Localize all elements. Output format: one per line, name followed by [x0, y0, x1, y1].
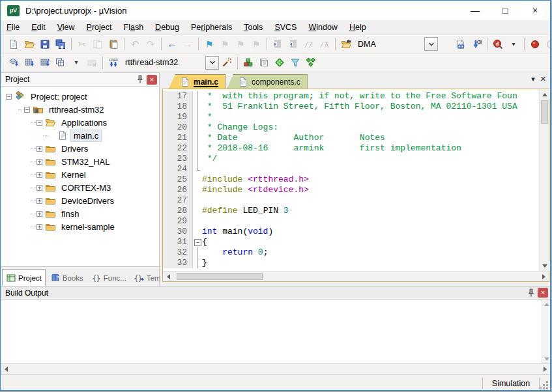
line-number[interactable]: 23	[163, 154, 193, 164]
document-list-button[interactable]: ▾	[531, 76, 535, 83]
bookmark-prev-button[interactable]: ⚑	[233, 37, 248, 51]
nav-forward-button[interactable]: →	[180, 37, 196, 51]
debug-caret-button[interactable]: ▾	[506, 37, 521, 51]
line-number[interactable]: 28	[163, 206, 193, 216]
save-all-button[interactable]	[53, 37, 68, 51]
find-in-files-button[interactable]	[453, 37, 469, 51]
line-number[interactable]: 22	[163, 143, 193, 154]
scroll-right-icon[interactable]	[540, 365, 550, 374]
manage-items-button[interactable]	[256, 55, 272, 70]
tree-item-kernel-sample[interactable]: +kernel-sample	[1, 220, 159, 233]
scroll-left-icon[interactable]	[1, 365, 10, 374]
scroll-up-icon[interactable]	[540, 89, 549, 99]
redo-button[interactable]: ↷	[143, 37, 158, 51]
tree-item-stm32-hal[interactable]: +STM32_HAL	[1, 155, 159, 168]
minimize-button[interactable]: —	[460, 1, 490, 20]
component-viewer-button[interactable]	[272, 55, 287, 70]
new-file-button[interactable]	[6, 37, 22, 51]
breakpoint-toggle-button[interactable]	[527, 37, 543, 51]
line-number[interactable]: 19	[163, 112, 193, 122]
line-number[interactable]: 20	[163, 122, 193, 133]
bookmark-clear-button[interactable]: ⚑	[248, 37, 264, 51]
code-editor[interactable]: 17 * with this program; if not, write to…	[163, 89, 539, 271]
save-button[interactable]	[37, 37, 53, 51]
menu-flash[interactable]: Flash	[118, 21, 150, 34]
panel-tab-project[interactable]: Project	[2, 269, 46, 286]
project-pin-button[interactable]	[134, 74, 145, 85]
scroll-left-icon[interactable]	[163, 272, 173, 281]
menu-project[interactable]: Project	[81, 21, 118, 34]
target-options-button[interactable]	[219, 55, 235, 70]
build-output-vertical-scrollbar[interactable]	[542, 300, 550, 363]
tree-item-drivers[interactable]: +Drivers	[1, 142, 159, 155]
panel-tab-func[interactable]: {}Func...	[88, 270, 130, 286]
scroll-right-icon[interactable]	[539, 272, 549, 281]
tree-item-cortex-m3[interactable]: +CORTEX-M3	[1, 181, 159, 194]
debug-session-button[interactable]: d	[490, 37, 506, 51]
build-button[interactable]	[22, 55, 37, 70]
tab-components-c[interactable]: components.c	[227, 74, 308, 89]
tree-item-kernel[interactable]: +Kernel	[1, 168, 159, 181]
scroll-up-icon[interactable]	[542, 300, 551, 308]
line-number[interactable]: 33	[163, 258, 193, 268]
menu-tools[interactable]: Tools	[238, 21, 269, 34]
tree-expander-minus-icon[interactable]: −	[36, 120, 42, 126]
tree-expander-plus-icon[interactable]: +	[36, 211, 42, 217]
download-button[interactable]: LOAD	[106, 55, 121, 70]
batch-caret-button[interactable]: ▾	[68, 55, 84, 70]
tree-item-finsh[interactable]: +finsh	[1, 207, 159, 220]
stop-build-button[interactable]	[84, 55, 100, 70]
nav-back-button[interactable]: ←	[164, 37, 180, 51]
line-number[interactable]: 26	[163, 185, 193, 195]
line-number[interactable]: 27	[163, 195, 193, 206]
panel-tab-books[interactable]: ?Books	[47, 270, 87, 286]
build-output-pin-button[interactable]	[525, 288, 536, 298]
translate-button[interactable]	[6, 55, 22, 70]
tree-expander-plus-icon[interactable]: +	[36, 224, 42, 230]
find-in-files-folder-button[interactable]	[338, 37, 354, 51]
open-file-button[interactable]	[22, 37, 37, 51]
line-number[interactable]: 18	[163, 102, 193, 112]
line-number[interactable]: 25	[163, 175, 193, 185]
build-output-horizontal-scrollbar[interactable]	[1, 363, 550, 374]
search-input[interactable]	[354, 39, 422, 49]
batch-build-button[interactable]	[53, 55, 68, 70]
build-output-content[interactable]	[1, 300, 542, 363]
menu-window[interactable]: Window	[302, 21, 343, 34]
line-number[interactable]: 24	[163, 164, 193, 175]
vertical-scroll-thumb[interactable]	[541, 100, 548, 124]
pack-installer-button[interactable]	[303, 55, 319, 70]
outdent-button[interactable]	[285, 37, 301, 51]
editor-vertical-scrollbar[interactable]	[539, 89, 549, 271]
scroll-down-icon[interactable]	[542, 355, 551, 363]
close-button[interactable]: ×	[520, 1, 550, 20]
line-number[interactable]: 21	[163, 133, 193, 143]
maximize-button[interactable]: □	[490, 1, 520, 20]
close-document-button[interactable]: ✕	[540, 76, 546, 83]
menu-peripherals[interactable]: Peripherals	[185, 21, 238, 34]
filter-button[interactable]	[287, 55, 303, 70]
paste-button[interactable]	[106, 37, 121, 51]
target-dropdown-button[interactable]	[205, 56, 219, 70]
manage-rte-button[interactable]	[240, 55, 256, 70]
menu-svcs[interactable]: SVCS	[269, 21, 302, 34]
line-number[interactable]: 30	[163, 227, 193, 237]
tab-main-c[interactable]: main.c	[169, 74, 225, 89]
tree-expander-minus-icon[interactable]: −	[6, 94, 12, 100]
indent-button[interactable]	[270, 37, 285, 51]
menu-edit[interactable]: Edit	[25, 21, 51, 34]
bookmark-next-button[interactable]: ⚑	[217, 37, 233, 51]
undo-button[interactable]: ↶	[127, 37, 143, 51]
fold-collapse-icon[interactable]	[193, 237, 202, 247]
build-output-close-button[interactable]: ×	[538, 288, 548, 298]
copy-button[interactable]	[90, 37, 106, 51]
menu-help[interactable]: Help	[343, 21, 372, 34]
cut-button[interactable]: ✂	[74, 37, 90, 51]
tree-expander-plus-icon[interactable]: +	[36, 172, 42, 178]
tree-item-rtthread-stm32[interactable]: −rtthread-stm32	[1, 103, 159, 116]
editor-horizontal-scrollbar[interactable]	[163, 271, 549, 281]
tree-item-project-project[interactable]: −Project: project	[1, 90, 159, 103]
tree-expander-plus-icon[interactable]: +	[36, 159, 42, 165]
line-number[interactable]: 29	[163, 216, 193, 227]
tree-expander-minus-icon[interactable]: −	[24, 107, 30, 113]
